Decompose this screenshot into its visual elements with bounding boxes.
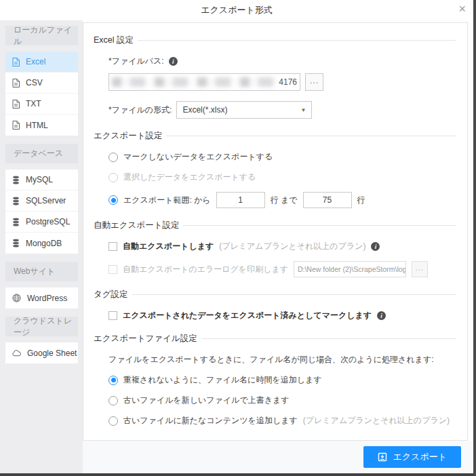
option-label: 選択したデータをエクスポートする (123, 172, 256, 183)
section-rule (138, 40, 456, 41)
redacted-path-blur (112, 77, 277, 87)
main-column: Excel 設定 *ファイルパス: 4176 (83, 20, 473, 473)
dialog-footer: エクスポート (83, 441, 473, 473)
section-title-text: Excel 設定 (94, 35, 134, 46)
error-log-label: 自動エクスポートのエラーログを印刷します (123, 264, 288, 275)
section-rule (166, 136, 456, 136)
sidebar-item-label: Google Sheet (27, 349, 77, 358)
section-title-text: 自動エクスポート設定 (94, 220, 179, 231)
option-label: マークしないデータをエクスポートする (123, 151, 273, 163)
browse-button[interactable]: ... (305, 73, 323, 91)
chevron-down-icon: ▼ (301, 107, 306, 113)
checkbox-unchecked-icon[interactable] (108, 242, 117, 251)
radio-unchecked-icon[interactable] (108, 153, 118, 162)
section-title-text: エクスポート設定 (94, 130, 162, 142)
sidebar-item-label: TXT (26, 99, 41, 108)
auto-export-plan-note: (プレミアムプランとそれ以上のプラン) (219, 241, 365, 252)
file-path-label: *ファイルパス: (108, 56, 164, 67)
radio-checked-icon[interactable] (108, 195, 118, 205)
sidebar-item-label: PostgreSQL (26, 217, 70, 226)
file-path-input[interactable]: 4176 (108, 73, 300, 91)
file-format-select[interactable]: Excel(*.xlsx) ▼ (176, 101, 312, 119)
sidebar-group-local-files-items: Excel CSV TXT HTML (5, 52, 78, 136)
file-icon (12, 100, 20, 108)
sidebar: ローカルファイル Excel CSV TXT HTML (0, 20, 83, 473)
append-plan-note: (プレミアムプランとそれ以上のプラン) (303, 415, 450, 427)
checkbox-unchecked-icon[interactable] (108, 311, 117, 320)
radio-unchecked-icon[interactable] (108, 416, 118, 426)
info-icon[interactable] (371, 242, 380, 251)
radio-unchecked-icon[interactable] (108, 396, 118, 405)
error-log-path-value: D:\New folder (2)\ScrapeStorm\logs\a (298, 265, 406, 273)
dialog-title: エクスポート形式 (201, 4, 273, 16)
dialog-body: ローカルファイル Excel CSV TXT HTML (0, 20, 473, 473)
add-time-option[interactable]: 重複されないように、ファイル名に時間を追加します (108, 374, 456, 386)
sidebar-item-label: WordPress (27, 294, 67, 303)
file-format-value: Excel(*.xlsx) (182, 105, 227, 115)
section-title-export-file: エクスポートファイル設定 (94, 333, 456, 344)
file-icon (12, 79, 20, 87)
error-log-path-input[interactable]: D:\New folder (2)\ScrapeStorm\logs\a (294, 261, 406, 277)
overwrite-option[interactable]: 古いファイルを新しいファイルで上書きます (108, 395, 456, 406)
error-log-checkbox-row[interactable]: 自動エクスポートのエラーログを印刷します D:\New folder (2)\S… (108, 261, 456, 277)
file-format-label: *ファイルの形式: (108, 104, 172, 116)
sidebar-group-database: データベース (5, 144, 78, 163)
mark-exported-label: エクスポートされたデータをエクスポート済みとしてマークします (123, 310, 372, 321)
sidebar-item-label: SQLServer (26, 196, 66, 205)
section-title-text: エクスポートファイル設定 (94, 333, 197, 344)
sidebar-item-postgresql[interactable]: PostgreSQL (5, 212, 78, 233)
section-rule (201, 338, 456, 339)
file-path-label-row: *ファイルパス: (108, 56, 456, 67)
dialog-titlebar: エクスポート形式 × (0, 0, 473, 20)
range-label: エクスポート範囲: から (123, 195, 211, 206)
sidebar-item-label: HTML (26, 121, 48, 130)
append-content-option[interactable]: 古いファイルに新たなコンテンツを追加します (プレミアムプランとそれ以上のプラン… (108, 415, 456, 427)
option-label: 重複されないように、ファイル名に時間を追加します (123, 374, 322, 386)
section-title-tag: タグ設定 (94, 289, 456, 300)
radio-disabled-icon (108, 173, 118, 182)
info-icon[interactable] (169, 57, 178, 66)
sidebar-item-label: MySQL (26, 175, 53, 184)
sidebar-item-excel[interactable]: Excel (5, 52, 78, 73)
tag-settings-section: タグ設定 エクスポートされたデータをエクスポート済みとしてマークします (94, 289, 456, 321)
duplicate-file-description: ファイルをエクスポートするときに、ファイル名が同じ場合、次のように処理されます: (108, 354, 456, 365)
sidebar-item-google-sheet[interactable]: Google Sheet (5, 342, 78, 363)
sidebar-item-mysql[interactable]: MySQL (5, 170, 78, 191)
export-format-dialog: エクスポート形式 × ローカルファイル Excel CSV TXT (0, 0, 476, 476)
mark-exported-checkbox-row[interactable]: エクスポートされたデータをエクスポート済みとしてマークします (108, 310, 456, 321)
sidebar-group-database-items: MySQL SQLServer PostgreSQL MongoDB (5, 170, 78, 254)
export-icon (378, 452, 387, 462)
database-icon (12, 239, 20, 247)
sidebar-item-wordpress[interactable]: WordPress (5, 287, 78, 309)
globe-icon (12, 294, 21, 302)
export-selected-option[interactable]: 選択したデータをエクスポートする (108, 172, 456, 183)
section-title-auto-export: 自動エクスポート設定 (94, 220, 456, 231)
close-icon[interactable]: × (458, 2, 466, 17)
range-from-input[interactable] (216, 192, 265, 208)
range-to-input[interactable] (303, 192, 352, 208)
option-label: 古いファイルを新しいファイルで上書きます (123, 395, 290, 406)
sidebar-item-mongodb[interactable]: MongoDB (5, 233, 78, 254)
sidebar-group-website-items: WordPress (5, 287, 78, 309)
file-path-visible-text: 4176 (279, 77, 297, 87)
export-settings-section: エクスポート設定 マークしないデータをエクスポートする 選択したデータをエクスポ… (94, 130, 456, 208)
info-icon[interactable] (377, 311, 386, 320)
cloud-icon (12, 350, 21, 357)
sidebar-group-website: Webサイト (5, 262, 78, 281)
section-title-export: エクスポート設定 (94, 130, 456, 142)
sidebar-group-cloud-storage: クラウドストレージ (5, 317, 78, 336)
auto-export-checkbox-row[interactable]: 自動エクスポートします (プレミアムプランとそれ以上のプラン) (108, 241, 456, 252)
export-unmarked-option[interactable]: マークしないデータをエクスポートする (108, 151, 456, 163)
sidebar-item-sqlserver[interactable]: SQLServer (5, 191, 78, 212)
browse-button-disabled[interactable]: ... (412, 261, 428, 277)
export-button[interactable]: エクスポート (363, 446, 461, 468)
range-unit-mid: 行 まで (271, 195, 298, 206)
database-icon (12, 218, 20, 226)
database-icon (12, 197, 20, 205)
export-range-option[interactable]: エクスポート範囲: から 行 まで 行 (108, 192, 456, 208)
radio-checked-icon[interactable] (108, 376, 118, 385)
sidebar-group-cloud-storage-items: Google Sheet (5, 342, 78, 363)
sidebar-item-txt[interactable]: TXT (5, 94, 78, 115)
sidebar-item-html[interactable]: HTML (5, 115, 78, 136)
sidebar-item-csv[interactable]: CSV (5, 73, 78, 94)
